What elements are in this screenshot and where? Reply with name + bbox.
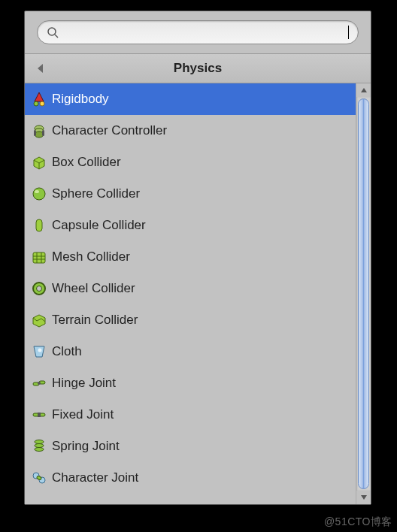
list-item-label: Sphere Collider (52, 186, 140, 201)
fixed-joint-icon (29, 405, 49, 425)
list-item-label: Character Joint (52, 470, 138, 485)
list-item-character-controller[interactable]: Character Controller (25, 115, 356, 147)
list-item-rigidbody[interactable]: Rigidbody (25, 83, 356, 115)
search-icon (47, 26, 59, 38)
mesh-collider-icon (29, 247, 49, 267)
svg-point-5 (40, 101, 44, 106)
list-area: RigidbodyCharacter ControllerBox Collide… (25, 83, 371, 504)
svg-point-29 (38, 382, 41, 385)
list-item-label: Character Controller (52, 123, 167, 138)
terrain-collider-icon (29, 310, 49, 330)
component-list: RigidbodyCharacter ControllerBox Collide… (25, 83, 356, 504)
svg-point-16 (35, 190, 39, 193)
watermark: @51CTO博客 (324, 515, 392, 529)
list-item-box-collider[interactable]: Box Collider (25, 147, 356, 178)
search-area (25, 11, 371, 53)
svg-marker-40 (361, 495, 367, 500)
svg-point-33 (35, 440, 44, 444)
svg-point-26 (38, 349, 42, 352)
list-item-sphere-collider[interactable]: Sphere Collider (25, 178, 356, 210)
svg-point-35 (35, 448, 44, 452)
scrollbar[interactable] (356, 83, 371, 504)
svg-marker-3 (35, 92, 44, 101)
svg-rect-9 (34, 130, 36, 136)
list-item-label: Box Collider (52, 155, 121, 170)
cloth-icon (29, 342, 49, 361)
list-item-label: Cloth (52, 344, 82, 359)
svg-rect-38 (36, 476, 41, 480)
search-box[interactable] (37, 20, 359, 44)
character-joint-icon (29, 468, 49, 488)
svg-rect-10 (42, 130, 44, 136)
chevron-left-icon (35, 63, 46, 74)
component-add-panel: Physics RigidbodyCharacter ControllerBox… (24, 11, 371, 505)
capsule-collider-icon (29, 216, 49, 235)
svg-marker-39 (361, 88, 367, 92)
box-collider-icon (29, 153, 49, 172)
list-item-label: Mesh Collider (52, 249, 130, 264)
svg-point-24 (37, 286, 42, 292)
scroll-down-button[interactable] (356, 491, 371, 504)
sphere-collider-icon (29, 184, 49, 204)
list-item-fixed-joint[interactable]: Fixed Joint (25, 399, 356, 431)
spring-joint-icon (29, 437, 49, 456)
list-item-label: Spring Joint (52, 439, 120, 454)
search-input[interactable] (63, 26, 350, 39)
list-item-spring-joint[interactable]: Spring Joint (25, 431, 356, 462)
scroll-thumb[interactable] (358, 98, 369, 489)
list-item-label: Hinge Joint (52, 376, 116, 391)
list-item-label: Capsule Collider (52, 218, 146, 233)
list-item-cloth[interactable]: Cloth (25, 336, 356, 367)
category-header: Physics (25, 53, 371, 83)
list-item-capsule-collider[interactable]: Capsule Collider (25, 210, 356, 241)
list-item-label: Wheel Collider (52, 281, 135, 296)
list-item-label: Terrain Collider (52, 313, 138, 328)
wheel-collider-icon (29, 279, 49, 298)
category-title: Physics (25, 61, 371, 76)
back-button[interactable] (35, 63, 46, 74)
svg-rect-32 (38, 413, 41, 417)
svg-marker-2 (38, 64, 43, 73)
list-item-wheel-collider[interactable]: Wheel Collider (25, 273, 356, 304)
svg-rect-17 (36, 219, 42, 231)
svg-point-0 (48, 28, 56, 35)
svg-point-4 (34, 101, 38, 106)
list-item-hinge-joint[interactable]: Hinge Joint (25, 367, 356, 399)
list-item-label: Rigidbody (52, 92, 109, 107)
character-controller-icon (29, 121, 49, 141)
list-item-terrain-collider[interactable]: Terrain Collider (25, 304, 356, 336)
svg-line-1 (55, 35, 58, 38)
rigidbody-icon (29, 89, 49, 109)
hinge-joint-icon (29, 373, 49, 393)
svg-point-15 (33, 188, 45, 200)
scroll-up-button[interactable] (356, 83, 371, 97)
svg-rect-18 (33, 252, 45, 263)
text-cursor (348, 26, 349, 39)
list-item-label: Fixed Joint (52, 407, 114, 422)
list-item-mesh-collider[interactable]: Mesh Collider (25, 241, 356, 273)
svg-marker-25 (33, 315, 45, 327)
scroll-track[interactable] (356, 97, 371, 491)
svg-point-34 (35, 444, 44, 448)
list-item-character-joint[interactable]: Character Joint (25, 462, 356, 494)
